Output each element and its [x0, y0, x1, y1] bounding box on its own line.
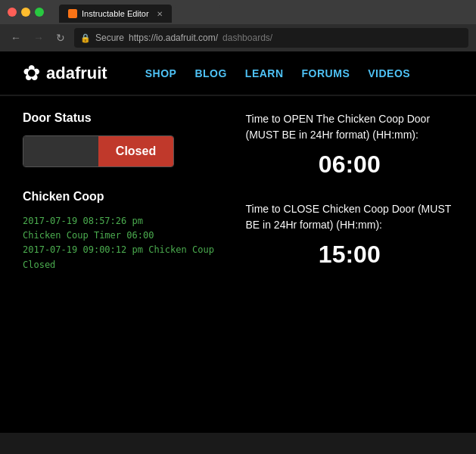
- address-bar: ← → ↻ 🔒 Secure https://io.adafruit.com/ …: [0, 24, 476, 51]
- close-time-label: Time to CLOSE Chicken Coop Door (MUST BE…: [246, 201, 454, 233]
- tab-label: Instructable Editor: [82, 9, 149, 18]
- url-secure-label: Secure: [95, 33, 124, 43]
- close-time-value: 15:00: [246, 241, 454, 269]
- back-button[interactable]: ←: [8, 30, 24, 45]
- main-content: Door Status Closed Chicken Coop 2017-07-…: [0, 96, 476, 306]
- open-time-label: Time to OPEN The Chicken Coop Door (MUST…: [246, 111, 454, 143]
- tab-close-icon[interactable]: ✕: [157, 10, 163, 18]
- nav-videos[interactable]: VIDEOS: [368, 67, 410, 79]
- logo-icon: ✿: [23, 61, 40, 86]
- website-content: ✿ adafruit SHOP BLOG LEARN FORUMS VIDEOS…: [0, 51, 476, 433]
- reload-button[interactable]: ↻: [53, 30, 68, 45]
- title-bar: Instructable Editor ✕: [0, 0, 476, 24]
- door-open-button[interactable]: [23, 136, 98, 166]
- url-suffix: dashboards/: [222, 33, 272, 43]
- inactive-tab[interactable]: [175, 5, 220, 23]
- right-panel: Time to OPEN The Chicken Coop Door (MUST…: [246, 111, 454, 291]
- log-entry-2: Chicken Coup Timer 06:00: [23, 229, 231, 243]
- maximize-window-button[interactable]: [35, 8, 44, 17]
- site-header: ✿ adafruit SHOP BLOG LEARN FORUMS VIDEOS: [0, 51, 476, 96]
- forward-button[interactable]: →: [30, 30, 47, 45]
- logo-text: adafruit: [46, 64, 107, 83]
- lock-icon: 🔒: [80, 33, 91, 43]
- log-entry-3: 2017-07-19 09:00:12 pm Chicken Coup: [23, 243, 231, 257]
- close-time-section: Time to CLOSE Chicken Coop Door (MUST BE…: [246, 201, 454, 269]
- url-display: https://io.adafruit.com/: [129, 33, 218, 43]
- url-bar[interactable]: 🔒 Secure https://io.adafruit.com/ dashbo…: [74, 28, 468, 48]
- window-controls: [8, 8, 44, 17]
- nav-learn[interactable]: LEARN: [245, 67, 284, 79]
- chicken-coop-title: Chicken Coop: [23, 190, 231, 204]
- open-time-value: 06:00: [246, 151, 454, 179]
- log-area: 2017-07-19 08:57:26 pm Chicken Coup Time…: [23, 214, 231, 272]
- nav-forums[interactable]: FORUMS: [302, 67, 350, 79]
- browser-chrome: Instructable Editor ✕ ← → ↻ 🔒 Secure htt…: [0, 0, 476, 51]
- minimize-window-button[interactable]: [21, 8, 30, 17]
- tab-favicon: [68, 9, 77, 18]
- logo-area: ✿ adafruit: [23, 61, 107, 86]
- door-closed-button[interactable]: Closed: [98, 136, 173, 166]
- nav-blog[interactable]: BLOG: [194, 67, 226, 79]
- chicken-coop-section: Chicken Coop 2017-07-19 08:57:26 pm Chic…: [23, 190, 231, 272]
- log-entry-4: Closed: [23, 258, 231, 272]
- door-status-title: Door Status: [23, 111, 231, 125]
- log-entry-1: 2017-07-19 08:57:26 pm: [23, 214, 231, 229]
- active-tab[interactable]: Instructable Editor ✕: [59, 5, 172, 23]
- tab-bar: Instructable Editor ✕: [51, 2, 468, 23]
- left-panel: Door Status Closed Chicken Coop 2017-07-…: [23, 111, 231, 291]
- door-status-control: Closed: [23, 135, 174, 167]
- main-nav: SHOP BLOG LEARN FORUMS VIDEOS: [145, 67, 410, 79]
- close-window-button[interactable]: [8, 8, 17, 17]
- nav-shop[interactable]: SHOP: [145, 67, 177, 79]
